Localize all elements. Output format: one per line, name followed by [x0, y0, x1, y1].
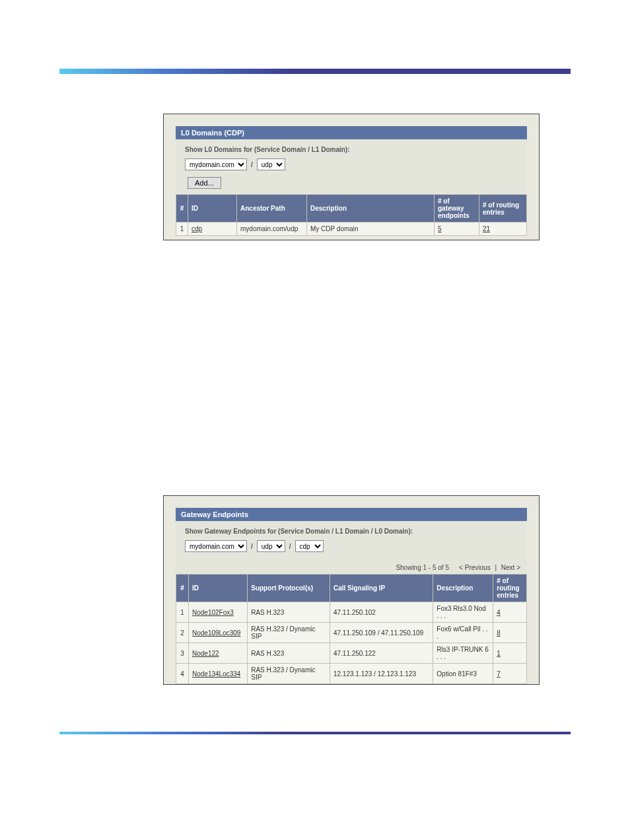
routing-count-link[interactable]: 4 — [497, 609, 501, 616]
figure-gateway-endpoints: Gateway Endpoints Show Gateway Endpoints… — [163, 495, 540, 685]
cell-ancestor: mydomain.com/udp — [237, 223, 307, 236]
th-protocols: Support Protocol(s) — [248, 575, 330, 602]
add-button[interactable]: Add... — [188, 177, 221, 189]
gateway-endpoints-table: # ID Support Protocol(s) Call Signaling … — [176, 574, 527, 684]
separator: / — [251, 543, 253, 550]
cell-protocols: RAS H.323 — [248, 643, 330, 664]
l0-domain-select[interactable]: cdp — [295, 540, 324, 552]
figure-container: Gateway Endpoints Show Gateway Endpoints… — [163, 495, 540, 685]
th-num: # — [176, 195, 188, 223]
service-domain-select[interactable]: mydomain.com — [185, 158, 247, 170]
domain-id-link[interactable]: cdp — [192, 225, 202, 232]
cell-signaling-ip: 47.11.250.109 / 47.11.250.109 — [330, 623, 433, 643]
filter-label: Show L0 Domains for (Service Domain / L1… — [185, 146, 518, 153]
endpoint-id-link[interactable]: Node134Loc334 — [192, 670, 240, 678]
table-row: 4 Node134Loc334 RAS H.323 / Dynamic SIP … — [176, 664, 527, 684]
th-routing-count: # of routing entries — [493, 575, 527, 602]
separator: / — [289, 543, 291, 550]
table-header-row: # ID Ancestor Path Description # of gate… — [176, 195, 527, 223]
filter-row: mydomain.com / udp / cdp — [185, 540, 518, 552]
paging-divider: | — [495, 564, 497, 571]
l1-domain-select[interactable]: udp — [257, 158, 285, 170]
endpoint-id-link[interactable]: Node122 — [192, 650, 219, 657]
th-description: Description — [307, 195, 435, 223]
cell-id: Node122 — [189, 643, 248, 664]
th-id: ID — [188, 195, 237, 223]
table-row: 2 Node109Loc309 RAS H.323 / Dynamic SIP … — [176, 623, 527, 643]
endpoint-id-link[interactable]: Node109Loc309 — [192, 629, 240, 637]
cell-num: 4 — [176, 664, 189, 684]
routing-count-link[interactable]: 21 — [483, 225, 490, 232]
cell-num: 2 — [176, 623, 189, 643]
th-id: ID — [189, 575, 248, 602]
paging-prev[interactable]: < Previous — [459, 564, 491, 571]
cell-num: 1 — [176, 223, 188, 236]
paging-next[interactable]: Next > — [501, 564, 520, 571]
panel-title: Gateway Endpoints — [176, 508, 527, 521]
th-num: # — [176, 575, 189, 602]
routing-count-link[interactable]: 7 — [497, 670, 501, 678]
endpoint-id-link[interactable]: Node102Fox3 — [192, 609, 234, 616]
cell-routing-count: 4 — [493, 602, 527, 623]
cell-protocols: RAS H.323 / Dynamic SIP — [248, 623, 330, 643]
filter-row: mydomain.com / udp — [185, 158, 518, 170]
separator: / — [251, 161, 253, 168]
cell-signaling-ip: 47.11.250.102 — [330, 602, 433, 623]
filter-area: Show Gateway Endpoints for (Service Doma… — [176, 521, 527, 561]
cell-description: My CDP domain — [307, 223, 435, 236]
cell-num: 3 — [176, 643, 189, 664]
cell-id: Node102Fox3 — [189, 602, 248, 623]
routing-count-link[interactable]: 1 — [497, 650, 501, 657]
paging-showing: Showing 1 - 5 of 5 — [396, 564, 449, 571]
table-row: 3 Node122 RAS H.323 47.11.250.122 Rls3 I… — [176, 643, 527, 664]
l0-domains-table: # ID Ancestor Path Description # of gate… — [176, 194, 527, 236]
cell-protocols: RAS H.323 / Dynamic SIP — [248, 664, 330, 684]
filter-label: Show Gateway Endpoints for (Service Doma… — [185, 528, 518, 535]
service-domain-select[interactable]: mydomain.com — [185, 540, 247, 552]
th-signaling-ip: Call Signaling IP — [330, 575, 433, 602]
figure-l0-domains: L0 Domains (CDP) Show L0 Domains for (Se… — [163, 114, 540, 240]
th-ancestor: Ancestor Path — [237, 195, 307, 223]
cell-routing-count: 7 — [493, 664, 527, 684]
figure-container: L0 Domains (CDP) Show L0 Domains for (Se… — [163, 114, 540, 240]
cell-protocols: RAS H.323 — [248, 602, 330, 623]
cell-routing-count: 8 — [493, 623, 527, 643]
table-row: 1 Node102Fox3 RAS H.323 47.11.250.102 Fo… — [176, 602, 527, 623]
cell-description: Rls3 IP-TRUNK 6 . . . — [433, 643, 493, 664]
page-header-rule — [59, 69, 571, 74]
cell-num: 1 — [176, 602, 189, 623]
cell-routing-count: 21 — [479, 223, 527, 236]
cell-signaling-ip: 47.11.250.122 — [330, 643, 433, 664]
gateway-count-link[interactable]: 5 — [438, 225, 442, 232]
cell-id: cdp — [188, 223, 237, 236]
panel-title: L0 Domains (CDP) — [176, 126, 527, 139]
th-gateway-count: # of gateway endpoints — [435, 195, 479, 223]
th-routing-count: # of routing entries — [479, 195, 527, 223]
content-area: L0 Domains (CDP) Show L0 Domains for (Se… — [59, 114, 571, 685]
cell-id: Node134Loc334 — [189, 664, 248, 684]
th-description: Description — [433, 575, 493, 602]
l1-domain-select[interactable]: udp — [257, 540, 285, 552]
paging-bar: Showing 1 - 5 of 5 < Previous | Next > — [176, 561, 527, 574]
routing-count-link[interactable]: 8 — [497, 629, 501, 637]
table-header-row: # ID Support Protocol(s) Call Signaling … — [176, 575, 527, 602]
cell-routing-count: 1 — [493, 643, 527, 664]
cell-id: Node109Loc309 — [189, 623, 248, 643]
gateway-endpoints-panel: Gateway Endpoints Show Gateway Endpoints… — [176, 508, 527, 684]
cell-signaling-ip: 12.123.1.123 / 12.123.1.123 — [330, 664, 433, 684]
cell-description: Fox6 w/Call Pil . . . — [433, 623, 493, 643]
cell-gateway-count: 5 — [435, 223, 479, 236]
cell-description: Option 81F#3 — [433, 664, 493, 684]
filter-area: Show L0 Domains for (Service Domain / L1… — [176, 139, 527, 194]
table-row: 1 cdp mydomain.com/udp My CDP domain 5 2… — [176, 223, 527, 236]
cell-description: Fox3 Rls3.0 Nod . . . — [433, 602, 493, 623]
l0-domains-panel: L0 Domains (CDP) Show L0 Domains for (Se… — [176, 126, 527, 236]
